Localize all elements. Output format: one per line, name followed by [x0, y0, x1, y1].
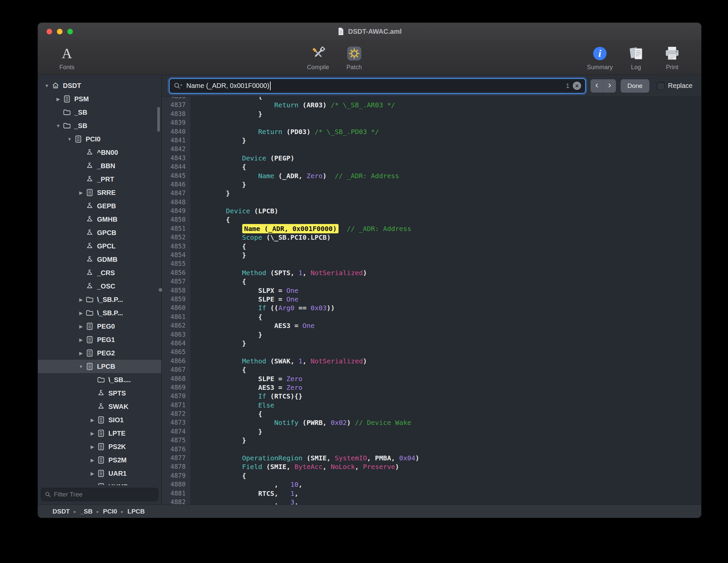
- tree-item-humd[interactable]: ▶HUMD: [38, 480, 161, 485]
- line-number: 4871: [162, 401, 186, 410]
- code-line-4846: }: [194, 181, 701, 189]
- tree-item-sb[interactable]: \_SB....: [38, 373, 161, 386]
- tree-item-sio1[interactable]: ▶SIO1: [38, 413, 161, 427]
- tree-item-peg2[interactable]: ▶PEG2: [38, 346, 161, 360]
- disclosure-triangle[interactable]: ▶: [77, 190, 85, 195]
- line-number: 4866: [162, 357, 186, 366]
- tree-item-ps2m[interactable]: ▶PS2M: [38, 453, 161, 467]
- tree-item-label: PEG2: [97, 349, 115, 357]
- home-icon: [51, 81, 60, 90]
- tree-item-crs[interactable]: _CRS: [38, 266, 161, 279]
- tree-item-dsdt[interactable]: ▼DSDT: [38, 79, 161, 92]
- close-button[interactable]: [47, 29, 52, 34]
- search-query: Name (_ADR, 0x001F0000): [186, 82, 563, 90]
- code-editor[interactable]: 4836483748384839484048414842484348444845…: [162, 97, 701, 504]
- tree-item-uar1[interactable]: ▶UAR1: [38, 467, 161, 480]
- line-number: 4839: [162, 119, 186, 127]
- breadcrumb-item-dsdt[interactable]: DSDT: [53, 508, 70, 515]
- tree-item-lpcb[interactable]: ▼LPCB: [38, 360, 161, 373]
- line-number: 4881: [162, 489, 186, 498]
- breadcrumb-item-sb[interactable]: _SB: [80, 508, 93, 515]
- toolbar-group-left: AFonts: [53, 44, 81, 71]
- code-line-4862: AES3 = One: [194, 322, 701, 330]
- disclosure-triangle[interactable]: ▶: [77, 351, 85, 356]
- code-content[interactable]: { Return (AR03) /* \_SB_.AR03 */ } Retur…: [190, 97, 701, 504]
- disclosure-triangle[interactable]: ▶: [77, 297, 85, 302]
- tree-item-sbp[interactable]: ▶\_SB.P...: [38, 306, 161, 320]
- breadcrumb-item-lpcb[interactable]: LPCB: [127, 508, 145, 515]
- toolbar-button-fonts[interactable]: AFonts: [53, 44, 81, 71]
- breadcrumb-item-pci0[interactable]: PCI0: [103, 508, 117, 515]
- tree-item-peg1[interactable]: ▶PEG1: [38, 333, 161, 346]
- splitter-handle[interactable]: [159, 288, 162, 292]
- title-bar[interactable]: DSDT-AWAC.aml: [38, 23, 701, 40]
- toolbar-button-print[interactable]: Print: [658, 44, 687, 71]
- tree-item-swak[interactable]: SWAK: [38, 400, 161, 413]
- tree-item-srre[interactable]: ▶SRRE: [38, 186, 161, 199]
- tree-item-gepb[interactable]: GEPB: [38, 199, 161, 213]
- line-number: 4856: [162, 269, 186, 277]
- code-line-4876: [194, 445, 701, 454]
- disclosure-triangle[interactable]: ▶: [88, 418, 97, 423]
- toolbar-button-summary[interactable]: iSummary: [585, 44, 614, 71]
- disclosure-triangle[interactable]: ▶: [54, 97, 63, 102]
- folder-icon: [63, 121, 71, 130]
- disclosure-triangle[interactable]: ▶: [88, 444, 97, 449]
- disclosure-triangle[interactable]: ▶: [88, 471, 97, 476]
- code-line-4855: [194, 260, 701, 268]
- tree-item-sb[interactable]: ▼_SB: [38, 119, 161, 132]
- find-navigation: ‹ ›: [590, 79, 616, 93]
- toolbar-button-compile[interactable]: Compile: [304, 44, 333, 71]
- tree-item-bn00[interactable]: ^BN00: [38, 146, 161, 159]
- minimize-button[interactable]: [57, 29, 63, 34]
- tree-item-gmhb[interactable]: GMHB: [38, 213, 161, 226]
- tree-item-osc[interactable]: _OSC: [38, 279, 161, 293]
- search-menu-icon[interactable]: [174, 82, 183, 90]
- tree-item-sb[interactable]: _SB: [38, 106, 161, 119]
- code-line-4872: {: [194, 410, 701, 419]
- disclosure-triangle[interactable]: ▶: [77, 311, 85, 316]
- tree-item-psm[interactable]: ▶PSM: [38, 92, 161, 106]
- filter-tree-input[interactable]: Filter Tree: [41, 488, 158, 501]
- tree-item-spts[interactable]: SPTS: [38, 386, 161, 400]
- tree-item-lpte[interactable]: ▶LPTE: [38, 427, 161, 440]
- line-number: 4869: [162, 383, 186, 392]
- previous-match-button[interactable]: ‹: [590, 79, 603, 93]
- tree-item-gpcb[interactable]: GPCB: [38, 226, 161, 239]
- tree-item-gdmb[interactable]: GDMB: [38, 253, 161, 266]
- disclosure-triangle[interactable]: ▶: [77, 337, 85, 342]
- done-button[interactable]: Done: [621, 79, 649, 93]
- disclosure-triangle[interactable]: ▼: [77, 364, 85, 369]
- clear-search-button[interactable]: [573, 82, 581, 90]
- toolbar-button-log[interactable]: Log: [622, 44, 650, 71]
- tree-item-peg0[interactable]: ▶PEG0: [38, 320, 161, 333]
- line-number: 4880: [162, 480, 186, 489]
- sidebar-scrollbar[interactable]: [157, 107, 160, 132]
- tree-item-prt[interactable]: _PRT: [38, 173, 161, 186]
- tree-item-bbn[interactable]: _BBN: [38, 159, 161, 173]
- line-number: 4875: [162, 436, 186, 445]
- editor-pane: Name (_ADR, 0x001F0000) 1 ‹ › Done Repla…: [162, 75, 701, 504]
- replace-checkbox[interactable]: [657, 82, 665, 90]
- disclosure-triangle[interactable]: ▼: [54, 123, 63, 128]
- toolbar-button-patch[interactable]: Patch: [340, 44, 369, 71]
- window-title-text: DSDT-AWAC.aml: [348, 28, 401, 35]
- method-icon: [85, 148, 94, 157]
- tree-item-gpcl[interactable]: GPCL: [38, 239, 161, 253]
- next-match-button[interactable]: ›: [603, 79, 616, 93]
- tree-item-pci0[interactable]: ▼PCI0: [38, 132, 161, 146]
- code-line-4865: [194, 348, 701, 357]
- tree-item-ps2k[interactable]: ▶PS2K: [38, 440, 161, 453]
- disclosure-triangle[interactable]: ▼: [42, 83, 51, 88]
- disclosure-triangle[interactable]: ▶: [77, 324, 85, 329]
- disclosure-triangle[interactable]: ▼: [65, 137, 74, 142]
- method-icon: [97, 402, 105, 411]
- line-number: 4865: [162, 348, 186, 357]
- code-line-4863: }: [194, 331, 701, 339]
- disclosure-triangle[interactable]: ▶: [88, 458, 97, 463]
- search-input[interactable]: Name (_ADR, 0x001F0000) 1: [169, 78, 586, 94]
- zoom-button[interactable]: [67, 29, 73, 34]
- tree-item-sbp[interactable]: ▶\_SB.P...: [38, 293, 161, 306]
- tree-item-label: GPCL: [97, 242, 116, 250]
- disclosure-triangle[interactable]: ▶: [88, 431, 97, 436]
